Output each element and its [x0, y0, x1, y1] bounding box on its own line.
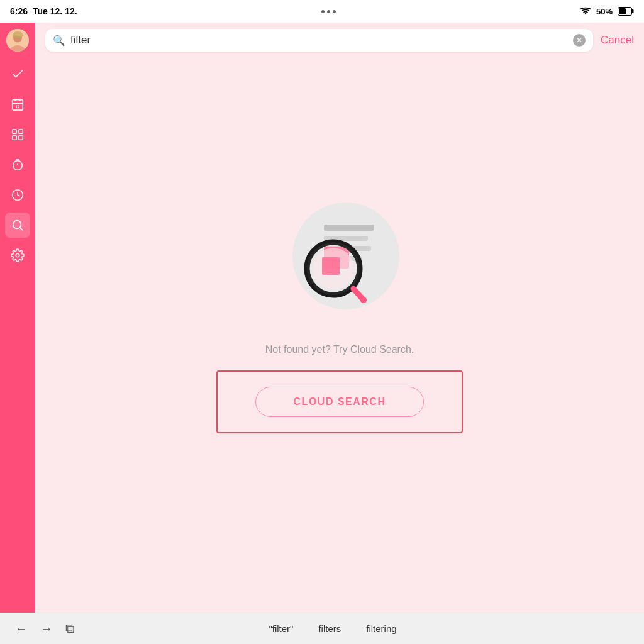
main-content: Not found yet? Try Cloud Search. CLOUD S… [35, 58, 644, 613]
status-date: Tue 12. 12. [33, 6, 77, 16]
sidebar-item-calendar[interactable]: 12 [5, 92, 30, 117]
search-input[interactable] [70, 34, 568, 47]
svg-rect-12 [19, 130, 23, 133]
svg-point-20 [16, 253, 19, 257]
status-bar: 6:26 Tue 12. 12. 50% [0, 0, 644, 23]
sidebar-item-settings[interactable] [5, 243, 30, 268]
status-dots [321, 10, 336, 13]
not-found-text: Not found yet? Try Cloud Search. [265, 344, 414, 355]
sidebar-item-tasks[interactable] [5, 62, 30, 87]
search-input-wrapper: 🔍 ✕ [45, 29, 593, 52]
svg-line-19 [20, 228, 23, 230]
bottom-nav-icons: ← → ⧉ [15, 621, 74, 636]
svg-rect-1 [632, 9, 634, 13]
svg-rect-11 [13, 130, 16, 133]
battery-icon [618, 7, 634, 16]
battery-level: 50% [596, 7, 613, 16]
cloud-search-area: CLOUD SEARCH [216, 370, 464, 433]
svg-text:12: 12 [15, 104, 20, 109]
wifi-icon [580, 7, 591, 16]
suggestion-filters[interactable]: filters [318, 623, 341, 634]
back-button[interactable]: ← [15, 621, 28, 636]
suggestion-filter-quoted[interactable]: "filter" [269, 623, 293, 634]
search-icon: 🔍 [53, 35, 65, 47]
sidebar-item-timer[interactable] [5, 152, 30, 177]
forward-button[interactable]: → [40, 621, 53, 636]
svg-rect-13 [13, 136, 16, 140]
bottom-suggestions: "filter" filters filtering [74, 623, 591, 634]
cloud-search-button[interactable]: CLOUD SEARCH [255, 387, 425, 417]
svg-point-32 [360, 297, 367, 303]
suggestion-filtering[interactable]: filtering [366, 623, 396, 634]
svg-rect-2 [619, 8, 626, 14]
sidebar: 12 [0, 23, 35, 613]
svg-point-18 [13, 221, 21, 229]
status-time: 6:26 [10, 6, 28, 16]
search-illustration [270, 187, 409, 325]
app-container: 12 [0, 23, 644, 613]
svg-rect-22 [324, 225, 374, 231]
bottom-bar: ← → ⧉ "filter" filters filtering [0, 613, 644, 644]
sidebar-item-clock[interactable] [5, 182, 30, 208]
sidebar-item-search[interactable] [5, 213, 30, 238]
search-bar-container: 🔍 ✕ Cancel [35, 23, 644, 58]
copy-button[interactable]: ⧉ [65, 621, 74, 636]
cancel-button[interactable]: Cancel [601, 34, 634, 47]
svg-rect-14 [19, 136, 23, 140]
svg-rect-30 [322, 257, 340, 275]
status-right: 50% [580, 7, 634, 16]
content-area: 🔍 ✕ Cancel [35, 23, 644, 613]
search-clear-button[interactable]: ✕ [573, 34, 586, 47]
sidebar-item-apps[interactable] [5, 122, 30, 147]
user-avatar[interactable] [6, 29, 29, 52]
